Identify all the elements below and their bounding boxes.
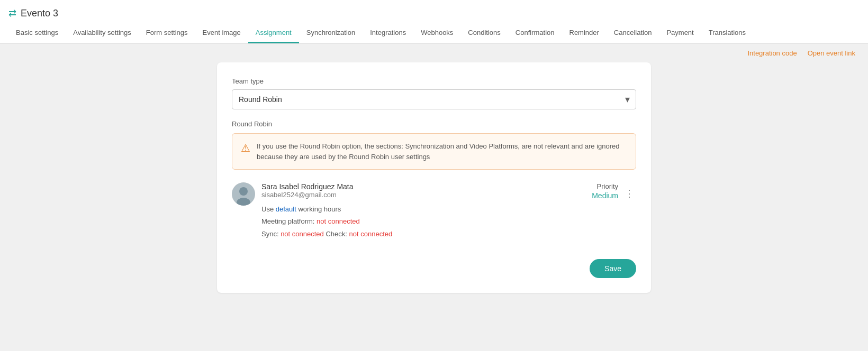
- save-row: Save: [232, 259, 636, 278]
- nav-tab-conditions[interactable]: Conditions: [460, 23, 508, 43]
- nav-tab-synchronization[interactable]: Synchronization: [299, 23, 363, 43]
- nav-tab-cancellation[interactable]: Cancellation: [607, 23, 659, 43]
- open-event-link[interactable]: Open event link: [808, 49, 855, 57]
- nav-tab-payment[interactable]: Payment: [659, 23, 701, 43]
- user-menu-dots[interactable]: ⋮: [622, 187, 636, 200]
- alert-text: If you use the Round Robin option, the s…: [257, 141, 627, 162]
- meeting-platform-label: Meeting platform:: [261, 217, 314, 225]
- page-icon: ⇄: [8, 7, 16, 19]
- page-title: Evento 3: [21, 8, 58, 19]
- nav-tab-availability-settings[interactable]: Availability settings: [66, 23, 139, 43]
- main-card: Team type Round RobinFixedNone ▾ Round R…: [217, 62, 651, 293]
- nav-tab-translations[interactable]: Translations: [701, 23, 753, 43]
- meeting-platform-row: Meeting platform: not connected: [261, 215, 581, 227]
- team-type-select[interactable]: Round RobinFixedNone: [232, 89, 636, 109]
- priority-value: Medium: [592, 191, 618, 200]
- user-row-right: Priority Medium ⋮: [581, 182, 636, 200]
- nav-tab-assignment[interactable]: Assignment: [248, 23, 299, 43]
- nav-tab-reminder[interactable]: Reminder: [562, 23, 607, 43]
- main-nav: Basic settingsAvailability settingsForm …: [8, 23, 860, 43]
- user-info: Sara Isabel Rodriguez Mata sisabel2524@g…: [261, 182, 581, 240]
- team-type-label: Team type: [232, 77, 636, 85]
- svg-point-1: [239, 187, 248, 196]
- nav-tab-form-settings[interactable]: Form settings: [139, 23, 195, 43]
- team-type-field: Round RobinFixedNone ▾: [232, 89, 636, 109]
- nav-tab-event-image[interactable]: Event image: [195, 23, 248, 43]
- round-robin-section-label: Round Robin: [232, 120, 636, 128]
- user-details: Use default working hours Meeting platfo…: [261, 203, 581, 240]
- avatar: [232, 182, 255, 206]
- warning-icon: ⚠: [241, 142, 250, 154]
- working-hours-link[interactable]: default: [276, 205, 296, 213]
- save-button[interactable]: Save: [590, 259, 636, 278]
- working-hours-text: Use: [261, 205, 274, 213]
- priority-section: Priority Medium: [592, 182, 618, 200]
- alert-box: ⚠ If you use the Round Robin option, the…: [232, 133, 636, 170]
- priority-label: Priority: [597, 182, 618, 190]
- integration-code-link[interactable]: Integration code: [747, 49, 797, 57]
- working-hours-row: Use default working hours: [261, 203, 581, 215]
- user-email: sisabel2524@gmail.com: [261, 191, 581, 199]
- sync-check-row: Sync: not connected Check: not connected: [261, 228, 581, 240]
- user-name: Sara Isabel Rodriguez Mata: [261, 182, 581, 191]
- nav-tab-basic-settings[interactable]: Basic settings: [8, 23, 66, 43]
- nav-tab-integrations[interactable]: Integrations: [363, 23, 413, 43]
- nav-tab-confirmation[interactable]: Confirmation: [508, 23, 562, 43]
- user-row: Sara Isabel Rodriguez Mata sisabel2524@g…: [232, 182, 636, 244]
- sync-label: Sync:: [261, 230, 279, 238]
- nav-tab-webhooks[interactable]: Webhooks: [413, 23, 460, 43]
